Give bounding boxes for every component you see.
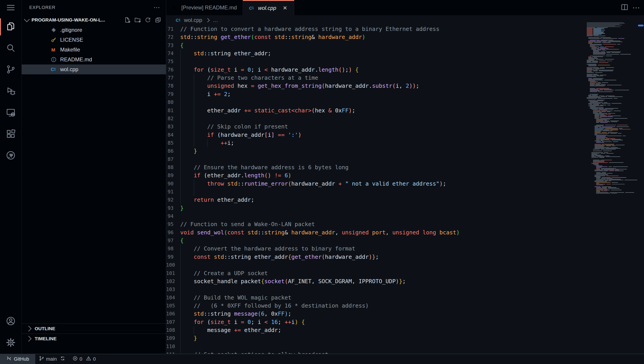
- activity-item-search[interactable]: [0, 38, 22, 59]
- breadcrumb-symbol-more[interactable]: …: [213, 17, 218, 23]
- file-item-LICENSE[interactable]: LICENSE: [22, 35, 166, 45]
- token-k: ==: [278, 132, 285, 138]
- refresh-icon[interactable]: [144, 16, 152, 24]
- line-text: {: [180, 41, 184, 50]
- code-line-107[interactable]: 107for (size_t i = 0; i < 16; ++i) {: [166, 318, 586, 326]
- code-line-82[interactable]: 82: [166, 115, 586, 123]
- file-item-wol.cpp[interactable]: C wol.cpp: [22, 65, 166, 74]
- code-line-109[interactable]: 109}: [166, 334, 586, 342]
- file-item-README.md[interactable]: README.md: [22, 55, 166, 65]
- activity-item-github[interactable]: [0, 145, 22, 166]
- activity-item-menu[interactable]: [0, 0, 22, 16]
- problems-indicator[interactable]: 0 0: [72, 356, 96, 362]
- code-line-99[interactable]: 99const std::string ether_addr{get_ether…: [166, 253, 586, 261]
- code-line-106[interactable]: 106std::string message(6, 0xFF);: [166, 310, 586, 318]
- code-line-80[interactable]: 80: [166, 98, 586, 106]
- code-line-72[interactable]: 72std::string get_ether(const std::strin…: [166, 33, 586, 41]
- token-p: (: [392, 83, 396, 89]
- token-w: [352, 67, 355, 73]
- activity-item-explorer[interactable]: [0, 16, 22, 38]
- activity-bar: [0, 0, 22, 354]
- code-line-71[interactable]: 71// Function to convert a hardware addr…: [166, 25, 586, 33]
- code-line-73[interactable]: 73{: [166, 41, 586, 50]
- activity-item-remote-explorer[interactable]: [0, 102, 22, 124]
- code-line-83[interactable]: 83// Skip colon if present: [166, 123, 586, 131]
- code-line-86[interactable]: 86}: [166, 147, 586, 155]
- code-line-84[interactable]: 84if (hardware_addr[i] == ':'): [166, 131, 586, 139]
- chevron-right-icon: [26, 326, 31, 331]
- editor-more-actions-icon[interactable]: ⋯: [632, 3, 640, 12]
- branch-indicator[interactable]: main: [39, 356, 65, 362]
- token-k: static_cast<char>: [254, 107, 312, 114]
- new-folder-icon[interactable]: [133, 16, 142, 24]
- new-file-icon[interactable]: [123, 16, 132, 24]
- tab--preview-readme.md[interactable]: [Preview] README.md: [166, 0, 243, 15]
- file-item-.gitignore[interactable]: .gitignore: [22, 25, 166, 35]
- code-line-91[interactable]: 91: [166, 188, 586, 196]
- token-c: // Convert the hardware address to binar…: [194, 245, 355, 252]
- sidebar-section-actions: [123, 16, 162, 24]
- code-line-104[interactable]: 104// Build the WOL magic packet: [166, 294, 586, 302]
- activity-item-extensions[interactable]: [0, 124, 22, 145]
- code-line-97[interactable]: 97{: [166, 237, 586, 245]
- activity-item-settings[interactable]: [0, 332, 22, 354]
- code-line-108[interactable]: 108message += ether_addr;: [166, 326, 586, 334]
- breadcrumb-file[interactable]: wol.cpp: [184, 17, 202, 23]
- outline-panel-header[interactable]: OUTLINE: [22, 323, 166, 333]
- minimap[interactable]: [586, 22, 637, 195]
- sync-icon[interactable]: [60, 356, 65, 362]
- file-label: Makefile: [60, 47, 80, 53]
- line-number: 89: [166, 171, 174, 179]
- code-line-100[interactable]: 100: [166, 261, 586, 269]
- code-line-78[interactable]: 78unsigned hex = get_hex_from_string(har…: [166, 82, 586, 90]
- remote-indicator[interactable]: GitHub: [0, 354, 35, 364]
- sidebar-more-actions[interactable]: ⋯: [154, 6, 160, 9]
- code-line-77[interactable]: 77// Parse two characters at a time: [166, 74, 586, 82]
- code-line-76[interactable]: 76for (size_t i = 0; i < hardware_addr.l…: [166, 66, 586, 74]
- code-editor[interactable]: 71// Function to convert a hardware addr…: [166, 25, 586, 354]
- code-line-101[interactable]: 101// Create a UDP socket: [166, 269, 586, 277]
- code-line-95[interactable]: 95// Function to send a Wake-On-LAN pack…: [166, 220, 586, 228]
- code-line-98[interactable]: 98// Convert the hardware address to bin…: [166, 245, 586, 253]
- activity-item-run-debug[interactable]: [0, 81, 22, 102]
- code-line-102[interactable]: 102socket_handle packet{socket(AF_INET, …: [166, 277, 586, 285]
- token-k: size_t: [210, 67, 230, 73]
- activity-item-source-control[interactable]: [0, 59, 22, 81]
- token-w: ether_addr: [207, 107, 244, 114]
- close-icon[interactable]: ✕: [282, 5, 288, 11]
- code-line-92[interactable]: 92return ether_addr;: [166, 196, 586, 204]
- sidebar-section-header[interactable]: PROGRAM-USING-WAKE-ON-L...: [22, 15, 166, 25]
- tab-wol.cpp[interactable]: C wol.cpp✕: [243, 0, 294, 15]
- line-number: 81: [166, 107, 174, 115]
- split-editor-icon[interactable]: [621, 3, 628, 12]
- code-line-75[interactable]: 75: [166, 58, 586, 66]
- token-k: ++: [285, 319, 291, 325]
- code-line-90[interactable]: 90throw std::runtime_error(hardware_addr…: [166, 180, 586, 188]
- code-line-110[interactable]: 110: [166, 342, 586, 350]
- activity-item-account[interactable]: [0, 311, 22, 332]
- code-line-105[interactable]: 105// (6 * 0XFF followed by 16 * destina…: [166, 302, 586, 310]
- code-line-79[interactable]: 79i += 2;: [166, 90, 586, 98]
- breadcrumb: C wol.cpp …: [166, 15, 644, 25]
- code-line-88[interactable]: 88// Ensure the hardware address is 6 by…: [166, 163, 586, 171]
- timeline-panel-header[interactable]: TIMELINE: [22, 333, 166, 343]
- code-line-93[interactable]: 93}: [166, 204, 586, 212]
- code-line-74[interactable]: 74std::string ether_addr;: [166, 50, 586, 58]
- token-y: }: [399, 278, 402, 285]
- code-line-81[interactable]: 81ether_addr += static_cast<char>(hex & …: [166, 107, 586, 115]
- line-number: 104: [166, 294, 174, 302]
- line-number: 100: [166, 261, 174, 269]
- token-k: +=: [234, 327, 241, 333]
- code-line-85[interactable]: 85++i;: [166, 139, 586, 147]
- code-line-89[interactable]: 89if (ether_addr.length() != 6): [166, 171, 586, 179]
- collapse-all-icon[interactable]: [154, 16, 162, 24]
- code-line-94[interactable]: 94: [166, 212, 586, 220]
- code-line-111[interactable]: 111// Set socket options to allow broadc…: [166, 350, 586, 354]
- code-line-87[interactable]: 87: [166, 155, 586, 163]
- token-w: [271, 172, 274, 179]
- token-w: hex: [315, 107, 328, 114]
- file-item-Makefile[interactable]: M Makefile: [22, 45, 166, 55]
- code-line-103[interactable]: 103: [166, 285, 586, 293]
- code-line-96[interactable]: 96void send_wol(const std::string& hardw…: [166, 229, 586, 237]
- token-y: {: [302, 319, 305, 325]
